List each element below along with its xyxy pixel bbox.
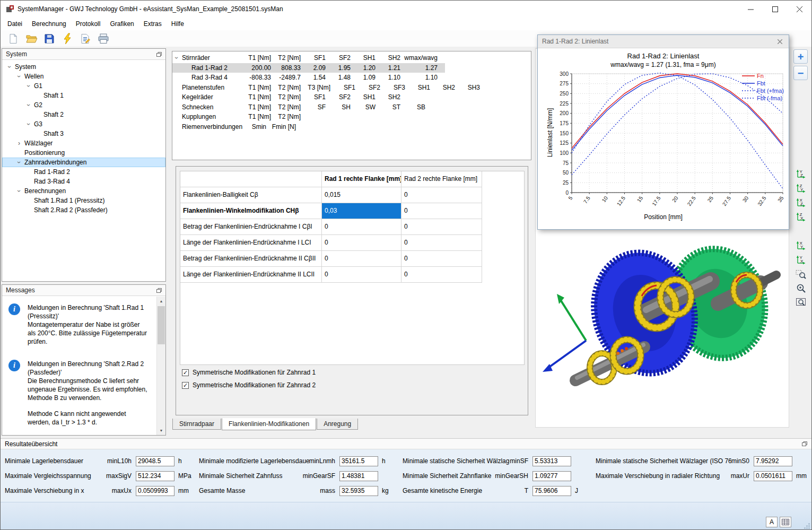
view-xz-button[interactable]: XZ [793, 195, 808, 210]
menu-item-hilfe[interactable]: Hilfe [167, 18, 189, 30]
chevron-down-icon[interactable]: › [6, 63, 13, 71]
value-cell[interactable]: 0 [322, 235, 401, 251]
result-value-box[interactable]: 1.09277 [532, 471, 571, 481]
scrollbar-thumb[interactable] [158, 306, 165, 344]
overview-row-rad-1-rad-2[interactable]: Rad 1-Rad 2200.00808.332.091.951.201.211… [172, 63, 445, 73]
overview-row-kupplungen[interactable]: KupplungenT1 [Nm]T2 [Nm] [172, 112, 308, 122]
tree-item-wellen[interactable]: ›Wellen [2, 72, 165, 81]
tree-item-rad-1-rad-2[interactable]: Rad 1-Rad 2 [2, 167, 165, 177]
chevron-down-icon[interactable]: › [15, 187, 23, 195]
view-yz-button[interactable]: YZ [793, 167, 808, 181]
value-cell[interactable]: 0 [401, 203, 482, 219]
overview-row-rad-3-rad-4[interactable]: Rad 3-Rad 4-808.33-2489.71.541.481.091.1… [172, 73, 445, 83]
scroll-up-icon[interactable]: ▲ [157, 297, 165, 306]
view-zy-button[interactable]: ZY [793, 181, 808, 195]
value-cell[interactable]: 0,015 [322, 187, 401, 203]
float-panel-icon[interactable] [156, 52, 162, 57]
float-panel-icon[interactable] [156, 288, 162, 293]
tree-item-w-lzlager[interactable]: ›Wälzlager [2, 138, 165, 148]
row-label[interactable]: Länge der Flankenlinien-Endrücknahme II … [180, 267, 322, 283]
save-file-button[interactable] [42, 31, 56, 46]
result-value-box[interactable]: 512.234 [136, 471, 174, 481]
tree-item-shaft-2-rad-2-passfeder[interactable]: Shaft 2.Rad 2 (Passfeder) [2, 205, 165, 215]
chevron-down-icon[interactable]: › [173, 54, 180, 62]
chevron-down-icon[interactable]: › [25, 82, 32, 90]
checkbox-symmetrische-modifikationen-f-r-zahnrad-1[interactable]: ✓Symmetrische Modifikationen für Zahnrad… [182, 369, 316, 376]
row-label[interactable]: Betrag der Flankenlinien-Endrücknahme I … [180, 219, 322, 235]
menu-item-grafiken[interactable]: Grafiken [105, 18, 138, 30]
menu-item-berechnung[interactable]: Berechnung [27, 18, 71, 30]
result-value-box[interactable]: 7.95292 [754, 456, 792, 466]
menu-item-protokoll[interactable]: Protokoll [71, 18, 106, 30]
tree-item-shaft-3[interactable]: Shaft 3 [2, 129, 165, 138]
value-cell[interactable]: 0 [401, 267, 482, 283]
checkbox-box-icon[interactable]: ✓ [182, 382, 189, 389]
tab-flankenlinien-modifikationen[interactable]: Flankenlinien-Modifikationen [222, 418, 316, 430]
value-cell[interactable]: 0 [401, 235, 482, 251]
tree-item-positionierung[interactable]: Positionierung [2, 148, 165, 158]
result-value-box[interactable]: 0.0501611 [754, 471, 792, 481]
chevron-right-icon[interactable]: › [15, 140, 23, 147]
result-value-box[interactable]: 5.53313 [532, 456, 571, 466]
linienlast-window-titlebar[interactable]: Rad 1-Rad 2: Linienlast [538, 35, 789, 48]
close-icon[interactable] [775, 37, 784, 46]
menu-item-datei[interactable]: Datei [3, 18, 27, 30]
tree-item-rad-3-rad-4[interactable]: Rad 3-Rad 4 [2, 177, 165, 186]
resize-grip[interactable] [804, 523, 810, 529]
float-panel-icon[interactable] [802, 441, 807, 446]
messages-scrollbar[interactable]: ▲ ▼ [156, 297, 165, 435]
result-value-box[interactable]: 75.9606 [532, 486, 571, 496]
menu-item-extras[interactable]: Extras [139, 18, 167, 30]
calculate-button[interactable] [60, 31, 74, 46]
tree-item-berechnungen[interactable]: ›Berechnungen [2, 186, 165, 196]
row-label[interactable]: Flankenlinien-Winkelmodifikation CHβ [180, 203, 322, 219]
zoom-fit-button[interactable] [793, 296, 808, 310]
tree-item-shaft-1-rad-1-presssitz[interactable]: Shaft 1.Rad 1 (Presssitz) [2, 196, 165, 205]
chevron-down-icon[interactable]: › [15, 158, 23, 167]
chevron-down-icon[interactable]: › [25, 120, 32, 128]
scroll-down-icon[interactable]: ▼ [157, 426, 165, 435]
tree-item-shaft-1[interactable]: Shaft 1 [2, 91, 165, 100]
tree-item-shaft-2[interactable]: Shaft 2 [2, 110, 165, 119]
value-cell[interactable]: 0,03 [322, 203, 401, 219]
titlebar[interactable]: SystemManager - GWJ Technology GmbH - eA… [1, 1, 811, 18]
zoom-window-button[interactable] [793, 267, 808, 281]
value-cell[interactable]: 0 [401, 187, 482, 203]
checkbox-symmetrische-modifikationen-f-r-zahnrad-2[interactable]: ✓Symmetrische Modifikationen für Zahnrad… [182, 381, 316, 389]
value-cell[interactable]: 0 [322, 219, 401, 235]
new-file-button[interactable] [6, 31, 20, 46]
view-zx-button[interactable]: ZX [793, 210, 808, 224]
tab-stirnradpaar[interactable]: Stirnradpaar [172, 419, 221, 430]
tree-item-g3[interactable]: ›G3 [2, 119, 165, 129]
row-label[interactable]: Länge der Flankenlinien-Endrücknahme I L… [180, 235, 322, 251]
tab-anregung[interactable]: Anregung [317, 419, 358, 430]
overview-row-riemenverbindungen[interactable]: RiemenverbindungenSminFmin [N] [172, 122, 303, 132]
value-cell[interactable]: 0 [401, 219, 482, 235]
row-label[interactable]: Flankenlinien-Balligkeit Cβ [180, 187, 322, 203]
overview-row-stirnr-der[interactable]: ›StirnräderT1 [Nm]T2 [Nm]SF1SF2SH1SH2wma… [172, 53, 445, 63]
tree-item-zahnradverbindungen[interactable]: ›Zahnradverbindungen [2, 158, 165, 167]
maximize-button[interactable] [763, 1, 787, 18]
zoom-in-button[interactable]: + [793, 49, 808, 64]
value-cell[interactable]: 0 [322, 251, 401, 267]
result-value-box[interactable]: 35161.5 [339, 456, 378, 466]
tree-item-g2[interactable]: ›G2 [2, 100, 165, 110]
minimize-button[interactable] [738, 1, 763, 18]
overview-row-schnecken[interactable]: SchneckenT1 [Nm]T2 [Nm]SFSHSWSTSB [172, 102, 433, 112]
font-button[interactable]: A [766, 517, 778, 527]
chevron-down-icon[interactable]: › [25, 101, 32, 109]
view-yx-button[interactable]: YX [793, 253, 808, 267]
zoom-magnify-button[interactable] [793, 281, 808, 296]
view-xy-button[interactable]: XY [793, 238, 808, 253]
overview-row-planetenstufen[interactable]: PlanetenstufenT1 [Nm]T2 [Nm]T3 [Nm]SF1SF… [172, 83, 487, 93]
overview-row-kegelr-der[interactable]: KegelräderT1 [Nm]T2 [Nm]SF1SF2SH1SH2 [172, 92, 408, 102]
value-cell[interactable]: 0 [322, 267, 401, 283]
result-value-box[interactable]: 32.5935 [339, 486, 378, 496]
chevron-down-icon[interactable]: › [15, 72, 23, 81]
checkbox-box-icon[interactable]: ✓ [182, 369, 189, 376]
result-value-box[interactable]: 29048.5 [136, 456, 174, 466]
print-button[interactable] [96, 31, 110, 46]
result-value-box[interactable]: 0.0509993 [136, 486, 174, 496]
result-value-box[interactable]: 1.48381 [339, 471, 378, 481]
open-file-button[interactable] [24, 31, 38, 46]
